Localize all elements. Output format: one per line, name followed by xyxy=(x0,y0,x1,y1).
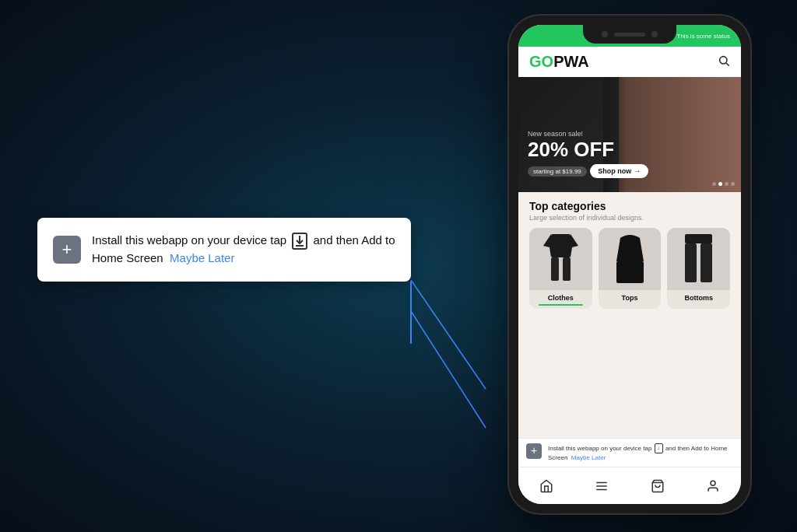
logo-go: GO xyxy=(529,53,553,70)
categories-title: Top categories xyxy=(529,200,730,212)
download-icon-small: ↓ xyxy=(655,443,663,453)
svg-rect-10 xyxy=(700,243,712,282)
bottom-maybe-later-link[interactable]: Maybe Later xyxy=(571,454,606,461)
clothes-label: Clothes xyxy=(548,290,574,304)
categories-subtitle: Large selection of individual designs. xyxy=(529,214,730,222)
nav-bag-icon[interactable] xyxy=(649,478,666,495)
camera-dot xyxy=(602,31,608,37)
svg-point-0 xyxy=(720,56,727,63)
maybe-later-link[interactable]: Maybe Later xyxy=(170,251,234,264)
install-card: + Install this webapp on your device tap… xyxy=(37,218,411,282)
clothes-image xyxy=(529,228,592,290)
svg-line-1 xyxy=(726,63,729,66)
category-bottoms[interactable]: Bottoms xyxy=(667,228,730,309)
banner-dot-3 xyxy=(725,182,729,186)
svg-marker-3 xyxy=(543,234,551,257)
bottom-install-text-before: Install this webapp on your device tap xyxy=(548,444,651,451)
bottom-install-bar: + Install this webapp on your device tap… xyxy=(518,438,741,467)
banner-dots xyxy=(712,182,735,186)
svg-rect-2 xyxy=(551,234,571,257)
banner-dot-2 xyxy=(718,182,722,186)
bottom-plus-icon: + xyxy=(526,443,542,459)
svg-point-15 xyxy=(711,481,715,485)
speaker xyxy=(614,33,645,37)
bottoms-image xyxy=(667,228,730,290)
status-bar-text: This is some status xyxy=(677,33,730,40)
banner-dot-4 xyxy=(731,182,735,186)
categories-section: Top categories Large selection of indivi… xyxy=(518,192,741,313)
svg-line-19 xyxy=(411,280,486,389)
download-icon xyxy=(292,233,307,250)
bottoms-label: Bottoms xyxy=(684,290,713,304)
svg-rect-5 xyxy=(551,257,559,281)
phone-screen: This is some status GOPWA New season sal… xyxy=(518,25,741,504)
banner-discount-label: 20% OFF xyxy=(528,139,648,159)
bottom-install-text: Install this webapp on your device tap ↓… xyxy=(548,443,733,462)
nav-home-icon[interactable] xyxy=(538,478,555,495)
shop-now-button[interactable]: Shop now → xyxy=(590,164,648,178)
category-tops[interactable]: Tops xyxy=(599,228,662,309)
shop-now-label: Shop now xyxy=(598,167,631,175)
logo-pwa: PWA xyxy=(553,53,589,70)
svg-rect-6 xyxy=(563,257,571,281)
app-logo: GOPWA xyxy=(529,53,589,71)
banner-content: New season sale! 20% OFF starting at $19… xyxy=(528,130,648,183)
tops-image xyxy=(599,228,662,290)
bottom-nav xyxy=(518,467,741,504)
svg-rect-9 xyxy=(685,243,697,282)
camera-dot-2 xyxy=(651,31,658,37)
app-header: GOPWA xyxy=(518,47,741,77)
banner-price-badge: starting at $19.99 xyxy=(528,166,587,177)
search-icon[interactable] xyxy=(718,54,730,70)
install-text-before: Install this webapp on your device tap xyxy=(92,233,286,247)
banner: New season sale! 20% OFF starting at $19… xyxy=(518,77,741,192)
install-plus-icon: + xyxy=(53,236,81,264)
categories-grid: Clothes Tops xyxy=(529,228,730,309)
phone-notch xyxy=(583,25,676,44)
svg-rect-8 xyxy=(685,234,712,243)
phone-container: This is some status GOPWA New season sal… xyxy=(509,16,750,513)
banner-new-season-label: New season sale! xyxy=(528,130,648,138)
svg-rect-7 xyxy=(616,261,644,283)
banner-dot-1 xyxy=(712,182,716,186)
category-clothes[interactable]: Clothes xyxy=(529,228,592,309)
tops-label: Tops xyxy=(622,290,638,304)
svg-line-18 xyxy=(411,311,486,428)
clothes-underline xyxy=(539,304,582,306)
install-card-text: Install this webapp on your device tap a… xyxy=(92,232,395,268)
arrow-icon: → xyxy=(634,167,641,175)
svg-marker-4 xyxy=(571,234,578,257)
nav-menu-icon[interactable] xyxy=(593,478,610,495)
phone-frame: This is some status GOPWA New season sal… xyxy=(509,16,750,513)
nav-user-icon[interactable] xyxy=(704,478,722,495)
